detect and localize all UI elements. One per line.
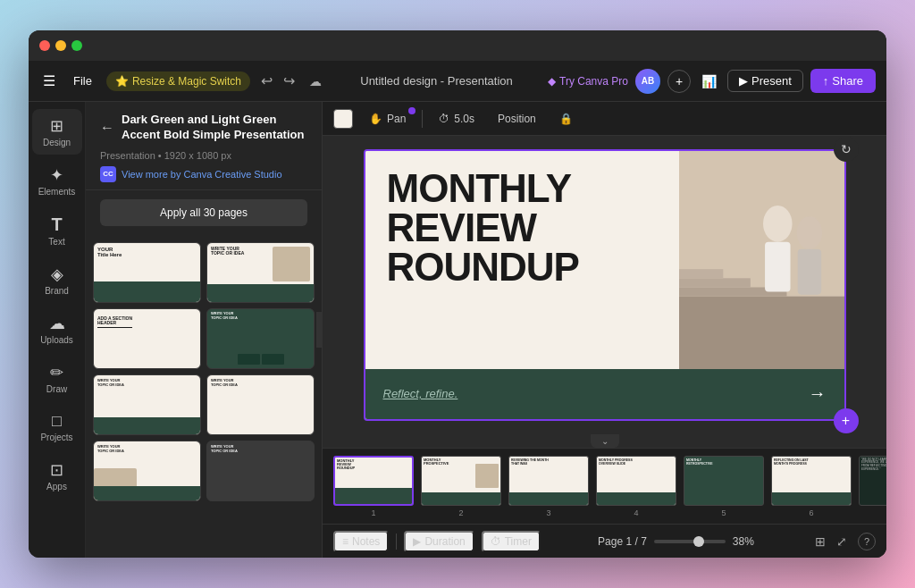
minimize-button[interactable] — [55, 40, 66, 51]
document-title: Untitled design - Presentation — [332, 74, 541, 88]
pan-tool-button[interactable]: ✋ Pan — [362, 110, 413, 128]
back-arrow-button[interactable]: ← — [100, 120, 114, 136]
filmstrip-slide-6[interactable]: REFLECTING ON LASTMONTH'S PROGRESS 6 — [771, 456, 852, 517]
sidebar-item-draw[interactable]: ✏ Draw — [32, 356, 82, 401]
filmstrip-thumb-1: MONTHLYREVIEWROUNDUP — [333, 456, 414, 506]
sidebar-item-text[interactable]: T Text — [32, 207, 82, 254]
canvas-area: ✋ Pan ⏱ 5.0s Position 🔒 — [323, 102, 886, 558]
filmstrip-slide-4[interactable]: MONTHLY PROGRESSOVERVIEW SLIDE 4 — [596, 456, 676, 517]
filmstrip-thumb-4: MONTHLY PROGRESSOVERVIEW SLIDE — [596, 456, 676, 506]
filmstrip-slide-5[interactable]: MONTHLYRETROSPECTIVE 5 — [684, 456, 764, 517]
animation-icon: ⏱ — [439, 113, 449, 125]
creator-row: CC View more by Canva Creative Studio — [100, 166, 307, 182]
svg-rect-4 — [679, 269, 723, 278]
template-thumb-6[interactable]: WRITE YOURTOPIC OR IDEA — [206, 374, 315, 435]
slide-title: MONTHLYREVIEWROUNDUP — [387, 169, 579, 287]
sidebar-item-brand[interactable]: ◈ Brand — [32, 257, 82, 303]
canvas-toolbar: ✋ Pan ⏱ 5.0s Position 🔒 — [323, 102, 886, 136]
panel-nav: ← Dark Green and Light Green Accent Bold… — [100, 113, 307, 143]
play-icon: ▶ — [739, 74, 748, 88]
sidebar-item-apps[interactable]: ⊡ Apps — [32, 453, 82, 499]
share-button[interactable]: ↑ Share — [810, 69, 876, 93]
page-color-picker[interactable] — [333, 109, 353, 129]
filmstrip-thumb-5: MONTHLYRETROSPECTIVE — [684, 456, 764, 506]
duration-button[interactable]: ▶ Duration — [404, 531, 474, 552]
grid-view-button[interactable]: ⊞ — [811, 533, 829, 550]
notes-button[interactable]: ≡ Notes — [333, 531, 389, 552]
template-thumb-4[interactable]: WRITE YOURTOPIC OR IDEA — [206, 308, 315, 369]
user-avatar[interactable]: AB — [635, 69, 660, 94]
sidebar-item-projects-label: Projects — [40, 433, 72, 442]
slide-plus-button[interactable]: + — [834, 408, 859, 433]
sidebar-item-uploads[interactable]: ☁ Uploads — [32, 307, 82, 352]
elements-icon: ✦ — [50, 165, 63, 185]
slide-wrapper: MONTHLYREVIEWROUNDUP — [364, 149, 846, 421]
zoom-level: 38% — [733, 535, 754, 548]
analytics-icon[interactable]: 📊 — [698, 71, 720, 92]
template-thumb-1[interactable]: YOURTitle Here — [93, 242, 201, 303]
save-cloud-icon[interactable]: ☁ — [306, 71, 325, 92]
try-canva-pro-button[interactable]: ◆ Try Canva Pro — [548, 75, 628, 88]
redo-button[interactable]: ↪ — [280, 69, 298, 93]
svg-rect-8 — [797, 248, 820, 294]
present-button[interactable]: ▶ Present — [727, 70, 803, 92]
filmstrip-slide-2[interactable]: MONTHLYPROSPECTIVE 2 — [421, 456, 501, 517]
sidebar-item-apps-label: Apps — [46, 482, 67, 491]
template-thumb-8[interactable]: WRITE YOURTOPIC OR IDEA — [206, 441, 315, 501]
zoom-slider[interactable] — [654, 540, 726, 543]
sidebar-item-projects[interactable]: □ Projects — [32, 405, 82, 449]
notes-icon: ≡ — [342, 535, 348, 548]
filmstrip-slide-7[interactable]: "WE DO NOT LEARN FROMEXPERIENCE, WE LEAR… — [859, 456, 886, 517]
fullscreen-button[interactable]: ⤢ — [833, 533, 851, 550]
filmstrip-thumb-7: "WE DO NOT LEARN FROMEXPERIENCE, WE LEAR… — [859, 456, 886, 506]
svg-rect-1 — [679, 296, 844, 368]
star-icon: ⭐ — [115, 75, 129, 88]
active-slide[interactable]: MONTHLYREVIEWROUNDUP — [364, 149, 846, 421]
undo-button[interactable]: ↩ — [257, 69, 276, 93]
slide-number-1: 1 — [371, 508, 375, 517]
main-area: ⊞ Design ✦ Elements T Text ◈ Brand ☁ Upl… — [29, 102, 886, 558]
template-thumb-5[interactable]: WRITE YOURTOPIC OR IDEA — [93, 374, 201, 435]
filmstrip-slide-1[interactable]: MONTHLYREVIEWROUNDUP 1 — [333, 456, 414, 517]
lock-button[interactable]: 🔒 — [552, 110, 580, 128]
add-collaborator-button[interactable]: + — [667, 70, 691, 93]
lock-icon: 🔒 — [559, 113, 573, 125]
resize-magic-switch-button[interactable]: ⭐ Resize & Magic Switch — [106, 71, 250, 91]
slide-number-5: 5 — [721, 508, 726, 517]
sidebar-item-elements[interactable]: ✦ Elements — [32, 158, 82, 204]
duration-icon: ▶ — [413, 535, 421, 548]
sidebar-item-text-label: Text — [48, 237, 64, 247]
menu-icon[interactable]: ☰ — [39, 69, 59, 93]
sidebar-item-design[interactable]: ⊞ Design — [32, 109, 82, 155]
timer-icon: ⏱ — [491, 535, 501, 548]
help-button[interactable]: ? — [858, 533, 876, 550]
template-thumb-3[interactable]: ADD A SECTIONHEADER — [93, 308, 201, 369]
slide-number-2: 2 — [458, 508, 463, 517]
template-thumb-7[interactable]: WRITE YOURTOPIC OR IDEA — [93, 441, 201, 501]
animation-duration-button[interactable]: ⏱ 5.0s — [432, 110, 482, 128]
filmstrip-thumb-6: REFLECTING ON LASTMONTH'S PROGRESS — [771, 456, 852, 506]
maximize-button[interactable] — [71, 40, 82, 51]
creator-link[interactable]: View more by Canva Creative Studio — [122, 169, 282, 180]
canvas-slide-area[interactable]: MONTHLYREVIEWROUNDUP — [323, 136, 886, 433]
timer-button[interactable]: ⏱ Timer — [482, 531, 541, 552]
templates-grid: YOURTitle Here WRITE YOURTOPIC OR IDEA — [86, 235, 322, 558]
close-button[interactable] — [39, 40, 50, 51]
slide-footer-area: Reflect, refine. → — [365, 369, 844, 419]
filmstrip-slide-3[interactable]: REVIEWING THE MONTHTHAT WAS 3 — [508, 456, 589, 517]
sidebar-item-brand-label: Brand — [45, 286, 69, 296]
main-toolbar: ☰ File ⭐ Resize & Magic Switch ↩ ↪ ☁ Unt… — [29, 61, 886, 102]
traffic-lights — [39, 40, 82, 51]
panel-collapse-handle[interactable]: ‹ — [316, 312, 323, 348]
canvas-collapse-button[interactable]: ⌄ — [323, 433, 886, 448]
templates-panel: ← Dark Green and Light Green Accent Bold… — [86, 102, 323, 558]
template-thumb-2[interactable]: WRITE YOURTOPIC OR IDEA — [206, 242, 315, 303]
apply-all-pages-button[interactable]: Apply all 30 pages — [100, 199, 307, 226]
sidebar-item-elements-label: Elements — [38, 187, 76, 197]
svg-rect-6 — [765, 241, 790, 291]
slide-refresh-button[interactable]: ↻ — [834, 137, 859, 162]
page-info: Page 1 / 7 38% — [548, 535, 804, 548]
sidebar-item-draw-label: Draw — [46, 384, 67, 394]
position-button[interactable]: Position — [491, 110, 543, 128]
file-menu-button[interactable]: File — [66, 71, 99, 91]
